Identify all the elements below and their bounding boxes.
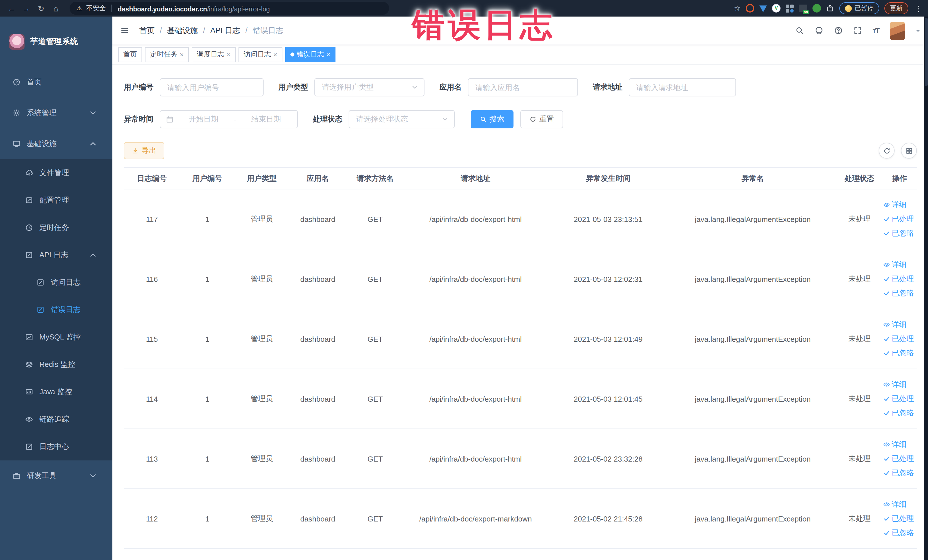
- user-type-select[interactable]: 请选择用户类型: [314, 78, 424, 96]
- sidebar-item-file-manage[interactable]: 文件管理: [0, 159, 112, 186]
- sidebar-item-access-log[interactable]: 访问日志: [0, 269, 112, 296]
- browser-back-icon[interactable]: ←: [6, 4, 17, 13]
- fullscreen-icon[interactable]: [853, 26, 862, 35]
- avatar[interactable]: [890, 21, 905, 40]
- breadcrumb-api-log[interactable]: API 日志: [210, 25, 240, 36]
- action-ignored-link[interactable]: 已忽略: [883, 348, 914, 358]
- sidebar-item-config-manage[interactable]: 配置管理: [0, 186, 112, 214]
- extensions-puzzle-icon[interactable]: [826, 4, 834, 13]
- action-processed-link[interactable]: 已处理: [883, 334, 914, 344]
- action-detail-link[interactable]: 详细: [883, 319, 907, 330]
- app-title: 芋道管理系统: [30, 37, 78, 47]
- action-ignored-link[interactable]: 已忽略: [883, 228, 914, 238]
- tab-error-log[interactable]: 错误日志×: [285, 47, 336, 62]
- chevron-down-icon: [89, 472, 97, 480]
- action-processed-link[interactable]: 已处理: [883, 453, 914, 464]
- update-chip[interactable]: 更新: [884, 2, 908, 14]
- address-bar[interactable]: ⚠ 不安全 dashboard.yudao.iocoder.cn/infra/l…: [70, 2, 389, 15]
- tab-scheduled-task[interactable]: 定时任务×: [145, 47, 189, 62]
- action-ignored-link[interactable]: 已忽略: [883, 528, 914, 538]
- export-button[interactable]: 导出: [124, 142, 164, 159]
- search-icon: [480, 116, 487, 123]
- action-detail-link[interactable]: 详细: [883, 379, 907, 390]
- help-icon[interactable]: [834, 26, 843, 35]
- reset-button[interactable]: 重置: [520, 110, 563, 128]
- cell-request_url: /api/infra/db-doc/export-markdown: [404, 489, 548, 549]
- sidebar-item-scheduled-task[interactable]: 定时任务: [0, 214, 112, 241]
- process-status-select[interactable]: 请选择处理状态: [349, 110, 455, 128]
- browser-forward-icon[interactable]: →: [21, 4, 32, 13]
- close-icon[interactable]: ×: [327, 50, 330, 58]
- breadcrumb-infra[interactable]: 基础设施: [167, 25, 198, 36]
- extension-icon[interactable]: [786, 4, 794, 12]
- edit-icon: [25, 196, 33, 204]
- action-processed-link[interactable]: 已处理: [883, 394, 914, 404]
- cell-method: GET: [346, 189, 404, 249]
- table-toolbar: 导出: [124, 142, 917, 159]
- check-icon: [883, 515, 890, 522]
- sidebar-item-home[interactable]: 首页: [0, 67, 112, 98]
- cell-status: 未处理: [836, 189, 882, 249]
- column-settings-button[interactable]: [901, 143, 917, 159]
- sidebar-item-log-center[interactable]: 日志中心: [0, 433, 112, 461]
- cell-actions: 详细已处理已忽略: [882, 429, 917, 489]
- sidebar-item-system[interactable]: 系统管理: [0, 98, 112, 128]
- exception-time-range-picker[interactable]: 开始日期 - 结束日期: [160, 110, 298, 128]
- action-detail-link[interactable]: 详细: [883, 259, 907, 270]
- close-icon[interactable]: ×: [180, 50, 184, 58]
- cell-exception_time: 2021-05-03 12:01:45: [548, 369, 669, 429]
- tab-access-log[interactable]: 访问日志×: [238, 47, 282, 62]
- action-ignored-link[interactable]: 已忽略: [883, 408, 914, 418]
- sidebar-item-api-log[interactable]: API 日志: [0, 241, 112, 269]
- sidebar-item-infra[interactable]: 基础设施: [0, 128, 112, 159]
- action-processed-link[interactable]: 已处理: [883, 274, 914, 284]
- action-ignored-link[interactable]: 已忽略: [883, 288, 914, 298]
- extension-icon[interactable]: V: [772, 4, 780, 12]
- sidebar-item-java-monitor[interactable]: Java 监控: [0, 378, 112, 406]
- sidebar-item-redis-monitor[interactable]: Redis 监控: [0, 351, 112, 378]
- app-name-input[interactable]: [468, 78, 578, 96]
- extension-icon[interactable]: [812, 4, 821, 12]
- refresh-table-button[interactable]: [879, 143, 894, 159]
- collapse-menu-icon[interactable]: [121, 26, 129, 35]
- close-icon[interactable]: ×: [226, 50, 230, 58]
- sidebar-item-mysql-monitor[interactable]: MySQL 监控: [0, 323, 112, 351]
- extension-icon[interactable]: on: [799, 5, 807, 12]
- search-icon[interactable]: [795, 26, 804, 35]
- user-id-input[interactable]: [160, 78, 264, 96]
- sidebar-item-error-log[interactable]: 错误日志: [0, 296, 112, 323]
- breadcrumb-home[interactable]: 首页: [139, 25, 155, 36]
- action-detail-link[interactable]: 详细: [883, 499, 907, 510]
- extension-icon[interactable]: [759, 4, 767, 12]
- request-url-input[interactable]: [629, 78, 736, 96]
- browser-home-icon[interactable]: ⌂: [50, 4, 62, 13]
- sidebar-item-trace[interactable]: 链路追踪: [0, 406, 112, 433]
- browser-menu-icon[interactable]: ⋮: [914, 4, 923, 13]
- action-processed-link[interactable]: 已处理: [883, 214, 914, 224]
- scrollbar-thumb[interactable]: [925, 18, 927, 86]
- action-processed-link[interactable]: 已处理: [883, 514, 914, 524]
- avatar-caret-icon[interactable]: [916, 29, 920, 34]
- cell-user_type: 管理员: [235, 489, 289, 549]
- action-ignored-link[interactable]: 已忽略: [883, 468, 914, 478]
- action-detail-link[interactable]: 详细: [883, 200, 907, 210]
- github-icon[interactable]: [815, 26, 823, 35]
- tab-schedule-log[interactable]: 调度日志×: [192, 47, 236, 62]
- search-button[interactable]: 搜索: [471, 110, 513, 128]
- paused-chip[interactable]: 已暂停: [839, 2, 879, 14]
- extension-icon[interactable]: [746, 4, 754, 12]
- sidebar-item-dev-tools[interactable]: 研发工具: [0, 461, 112, 491]
- bookmark-star-icon[interactable]: ☆: [734, 4, 740, 12]
- browser-reload-icon[interactable]: ↻: [35, 4, 47, 13]
- security-warning-icon[interactable]: ⚠: [76, 5, 82, 12]
- page-scrollbar[interactable]: [924, 17, 928, 560]
- table-row: 1131管理员dashboardGET/api/infra/db-doc/exp…: [124, 429, 917, 489]
- url-host: dashboard.yudao.iocoder.cn: [118, 5, 207, 12]
- grid-icon: [905, 147, 913, 154]
- chevron-down-icon: [89, 109, 97, 117]
- close-icon[interactable]: ×: [273, 50, 277, 58]
- toolbox-icon: [12, 472, 21, 480]
- action-detail-link[interactable]: 详细: [883, 439, 907, 450]
- font-size-icon[interactable]: TT: [873, 26, 879, 35]
- tab-home[interactable]: 首页: [118, 47, 142, 62]
